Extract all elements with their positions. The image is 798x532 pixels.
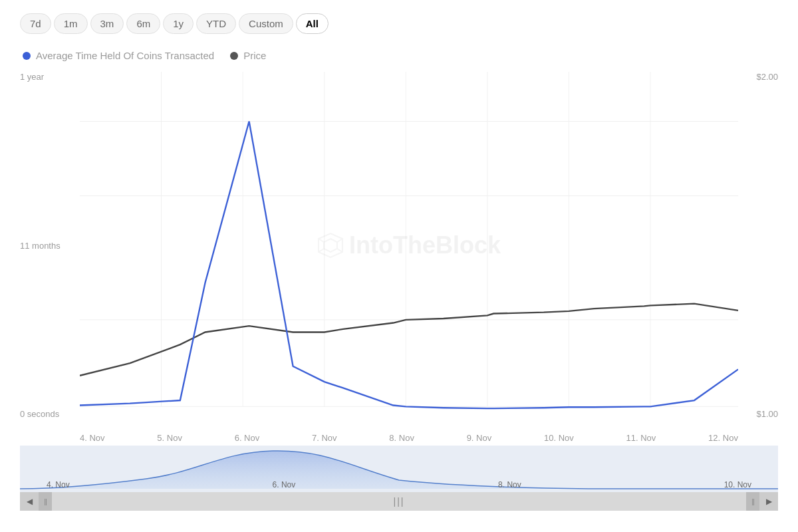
legend-label-price: Price <box>243 50 266 61</box>
y-label-1usd: $1.00 <box>756 409 778 419</box>
x-label-7nov: 7. Nov <box>312 433 337 443</box>
navigator-section: 4. Nov 6. Nov 8. Nov 10. Nov ◀ || || <box>20 446 778 519</box>
main-container: 7d 1m 3m 6m 1y YTD Custom All Average Ti… <box>0 0 798 532</box>
scroll-right-button[interactable]: ▶ <box>759 492 778 511</box>
chart-area: 1 year 11 months 0 seconds $2.00 $1.00 <box>20 72 778 519</box>
legend-dot-avg-time <box>23 52 31 60</box>
legend-dot-price <box>230 52 238 60</box>
price-line <box>80 304 738 376</box>
x-label-12nov: 12. Nov <box>708 433 738 443</box>
btn-3m[interactable]: 3m <box>90 13 124 34</box>
y-axis-right: $2.00 $1.00 <box>738 72 778 419</box>
x-label-11nov: 11. Nov <box>626 433 656 443</box>
x-axis: 4. Nov 5. Nov 6. Nov 7. Nov 8. Nov 9. No… <box>80 419 738 446</box>
handle-left-icon: || <box>44 497 47 505</box>
btn-1m[interactable]: 1m <box>54 13 88 34</box>
scroll-left-button[interactable]: ◀ <box>20 492 39 511</box>
legend-label-avg-time: Average Time Held Of Coins Transacted <box>36 50 214 61</box>
x-label-5nov: 5. Nov <box>157 433 182 443</box>
scroll-middle-icon: ||| <box>394 496 405 507</box>
btn-custom[interactable]: Custom <box>239 13 293 34</box>
main-chart: 1 year 11 months 0 seconds $2.00 $1.00 <box>20 72 778 446</box>
chart-svg-container: IntoTheBlock <box>80 72 738 419</box>
btn-1y[interactable]: 1y <box>163 13 194 34</box>
chart-legend: Average Time Held Of Coins Transacted Pr… <box>20 50 778 61</box>
handle-right-icon: || <box>751 497 754 505</box>
x-label-9nov: 9. Nov <box>467 433 492 443</box>
x-label-10nov: 10. Nov <box>544 433 574 443</box>
scroll-handle-left[interactable]: || <box>39 492 52 511</box>
x-label-4nov: 4. Nov <box>80 433 105 443</box>
navigator-svg <box>20 446 778 492</box>
x-label-8nov: 8. Nov <box>389 433 414 443</box>
avg-time-line <box>80 122 738 409</box>
y-label-2usd: $2.00 <box>756 72 778 82</box>
y-axis-left: 1 year 11 months 0 seconds <box>20 72 80 419</box>
btn-7d[interactable]: 7d <box>20 13 51 34</box>
scroll-handle-right[interactable]: || <box>746 492 759 511</box>
chart-svg <box>80 72 738 419</box>
btn-all[interactable]: All <box>296 13 329 34</box>
x-label-6nov: 6. Nov <box>235 433 260 443</box>
y-label-0seconds: 0 seconds <box>20 409 59 419</box>
legend-item-price: Price <box>230 50 266 61</box>
navigator-chart: 4. Nov 6. Nov 8. Nov 10. Nov <box>20 446 778 492</box>
y-label-11months: 11 months <box>20 241 61 251</box>
y-label-1year: 1 year <box>20 72 44 82</box>
time-range-bar: 7d 1m 3m 6m 1y YTD Custom All <box>20 13 778 34</box>
btn-6m[interactable]: 6m <box>126 13 160 34</box>
legend-item-avg-time: Average Time Held Of Coins Transacted <box>23 50 214 61</box>
navigator-scrollbar: ◀ || || ||| ▶ <box>20 492 778 511</box>
btn-ytd[interactable]: YTD <box>196 13 236 34</box>
